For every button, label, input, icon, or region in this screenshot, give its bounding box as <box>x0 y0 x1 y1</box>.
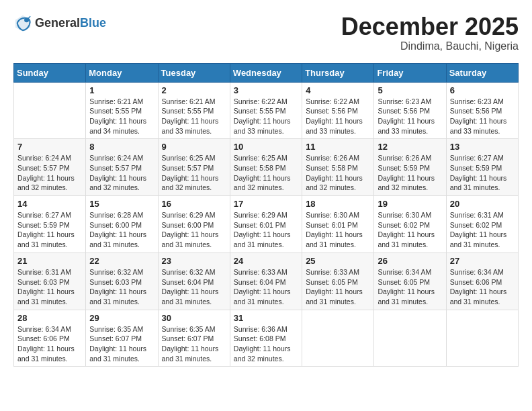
day-number: 3 <box>234 85 298 95</box>
day-number: 27 <box>450 256 515 266</box>
day-info: Sunrise: 6:27 AM Sunset: 5:59 PM Dayligh… <box>450 153 515 193</box>
week-row-4: 21Sunrise: 6:31 AM Sunset: 6:03 PM Dayli… <box>14 253 519 310</box>
day-number: 9 <box>162 142 226 152</box>
day-cell: 26Sunrise: 6:34 AM Sunset: 6:05 PM Dayli… <box>374 253 446 310</box>
day-info: Sunrise: 6:21 AM Sunset: 5:55 PM Dayligh… <box>89 97 154 136</box>
logo-general: General <box>35 16 80 30</box>
logo-blue: Blue <box>80 16 106 30</box>
day-cell: 31Sunrise: 6:36 AM Sunset: 6:08 PM Dayli… <box>230 310 302 367</box>
day-number: 18 <box>306 199 370 209</box>
day-cell: 5Sunrise: 6:23 AM Sunset: 5:56 PM Daylig… <box>374 82 446 139</box>
day-info: Sunrise: 6:29 AM Sunset: 6:01 PM Dayligh… <box>234 210 298 250</box>
day-info: Sunrise: 6:26 AM Sunset: 5:58 PM Dayligh… <box>306 153 370 193</box>
day-cell: 9Sunrise: 6:25 AM Sunset: 5:57 PM Daylig… <box>158 139 230 196</box>
logo-text: General Blue <box>35 16 106 30</box>
day-number: 2 <box>162 85 226 95</box>
day-cell: 2Sunrise: 6:21 AM Sunset: 5:55 PM Daylig… <box>158 82 230 139</box>
day-number: 29 <box>89 313 154 323</box>
day-info: Sunrise: 6:35 AM Sunset: 6:07 PM Dayligh… <box>162 324 226 364</box>
day-cell: 28Sunrise: 6:34 AM Sunset: 6:06 PM Dayli… <box>14 310 86 367</box>
day-number: 14 <box>17 199 82 209</box>
day-info: Sunrise: 6:33 AM Sunset: 6:05 PM Dayligh… <box>306 267 370 307</box>
day-number: 6 <box>450 85 515 95</box>
day-number: 13 <box>450 142 515 152</box>
day-cell: 30Sunrise: 6:35 AM Sunset: 6:07 PM Dayli… <box>158 310 230 367</box>
day-info: Sunrise: 6:28 AM Sunset: 6:00 PM Dayligh… <box>89 210 154 250</box>
day-number: 4 <box>306 85 370 95</box>
week-row-3: 14Sunrise: 6:27 AM Sunset: 5:59 PM Dayli… <box>14 196 519 253</box>
day-cell: 21Sunrise: 6:31 AM Sunset: 6:03 PM Dayli… <box>14 253 86 310</box>
day-info: Sunrise: 6:31 AM Sunset: 6:03 PM Dayligh… <box>17 267 82 307</box>
day-number: 15 <box>89 199 154 209</box>
day-info: Sunrise: 6:32 AM Sunset: 6:04 PM Dayligh… <box>162 267 226 307</box>
logo-icon <box>13 13 32 32</box>
week-row-2: 7Sunrise: 6:24 AM Sunset: 5:57 PM Daylig… <box>14 139 519 196</box>
title-block: December 2025 Dindima, Bauchi, Nigeria <box>341 13 519 52</box>
day-cell: 25Sunrise: 6:33 AM Sunset: 6:05 PM Dayli… <box>302 253 374 310</box>
column-header-friday: Friday <box>374 63 446 82</box>
day-number: 10 <box>234 142 298 152</box>
day-number: 31 <box>234 313 298 323</box>
day-cell: 17Sunrise: 6:29 AM Sunset: 6:01 PM Dayli… <box>230 196 302 253</box>
day-number: 25 <box>306 256 370 266</box>
day-info: Sunrise: 6:33 AM Sunset: 6:04 PM Dayligh… <box>234 267 298 307</box>
day-cell: 1Sunrise: 6:21 AM Sunset: 5:55 PM Daylig… <box>86 82 158 139</box>
day-info: Sunrise: 6:26 AM Sunset: 5:59 PM Dayligh… <box>378 153 442 193</box>
day-cell: 20Sunrise: 6:31 AM Sunset: 6:02 PM Dayli… <box>446 196 518 253</box>
day-number: 7 <box>17 142 82 152</box>
day-cell: 11Sunrise: 6:26 AM Sunset: 5:58 PM Dayli… <box>302 139 374 196</box>
column-header-sunday: Sunday <box>14 63 86 82</box>
day-number: 5 <box>378 85 442 95</box>
day-info: Sunrise: 6:34 AM Sunset: 6:06 PM Dayligh… <box>17 324 82 364</box>
day-info: Sunrise: 6:25 AM Sunset: 5:58 PM Dayligh… <box>234 153 298 193</box>
day-cell: 13Sunrise: 6:27 AM Sunset: 5:59 PM Dayli… <box>446 139 518 196</box>
day-cell: 7Sunrise: 6:24 AM Sunset: 5:57 PM Daylig… <box>14 139 86 196</box>
day-cell: 12Sunrise: 6:26 AM Sunset: 5:59 PM Dayli… <box>374 139 446 196</box>
day-info: Sunrise: 6:27 AM Sunset: 5:59 PM Dayligh… <box>17 210 82 250</box>
day-number: 23 <box>162 256 226 266</box>
week-row-1: 1Sunrise: 6:21 AM Sunset: 5:55 PM Daylig… <box>14 82 519 139</box>
header-row: SundayMondayTuesdayWednesdayThursdayFrid… <box>14 63 519 82</box>
day-cell: 24Sunrise: 6:33 AM Sunset: 6:04 PM Dayli… <box>230 253 302 310</box>
day-cell: 4Sunrise: 6:22 AM Sunset: 5:56 PM Daylig… <box>302 82 374 139</box>
day-number: 12 <box>378 142 442 152</box>
day-info: Sunrise: 6:24 AM Sunset: 5:57 PM Dayligh… <box>17 153 82 193</box>
day-cell: 6Sunrise: 6:23 AM Sunset: 5:56 PM Daylig… <box>446 82 518 139</box>
day-info: Sunrise: 6:32 AM Sunset: 6:03 PM Dayligh… <box>89 267 154 307</box>
day-cell: 3Sunrise: 6:22 AM Sunset: 5:55 PM Daylig… <box>230 82 302 139</box>
day-info: Sunrise: 6:34 AM Sunset: 6:05 PM Dayligh… <box>378 267 442 307</box>
day-info: Sunrise: 6:21 AM Sunset: 5:55 PM Dayligh… <box>162 97 226 136</box>
day-number: 19 <box>378 199 442 209</box>
column-header-wednesday: Wednesday <box>230 63 302 82</box>
day-info: Sunrise: 6:36 AM Sunset: 6:08 PM Dayligh… <box>234 324 298 364</box>
day-number: 1 <box>89 85 154 95</box>
day-info: Sunrise: 6:30 AM Sunset: 6:02 PM Dayligh… <box>378 210 442 250</box>
day-cell <box>302 310 374 367</box>
day-info: Sunrise: 6:22 AM Sunset: 5:55 PM Dayligh… <box>234 97 298 136</box>
day-number: 17 <box>234 199 298 209</box>
logo: General Blue <box>13 13 106 32</box>
day-cell: 16Sunrise: 6:29 AM Sunset: 6:00 PM Dayli… <box>158 196 230 253</box>
day-info: Sunrise: 6:24 AM Sunset: 5:57 PM Dayligh… <box>89 153 154 193</box>
day-cell: 19Sunrise: 6:30 AM Sunset: 6:02 PM Dayli… <box>374 196 446 253</box>
day-number: 16 <box>162 199 226 209</box>
day-info: Sunrise: 6:23 AM Sunset: 5:56 PM Dayligh… <box>450 97 515 136</box>
day-number: 8 <box>89 142 154 152</box>
day-number: 20 <box>450 199 515 209</box>
day-number: 26 <box>378 256 442 266</box>
page-header: General Blue December 2025 Dindima, Bauc… <box>13 13 519 52</box>
day-cell: 15Sunrise: 6:28 AM Sunset: 6:00 PM Dayli… <box>86 196 158 253</box>
column-header-monday: Monday <box>86 63 158 82</box>
day-cell: 23Sunrise: 6:32 AM Sunset: 6:04 PM Dayli… <box>158 253 230 310</box>
day-number: 11 <box>306 142 370 152</box>
column-header-tuesday: Tuesday <box>158 63 230 82</box>
column-header-thursday: Thursday <box>302 63 374 82</box>
day-info: Sunrise: 6:25 AM Sunset: 5:57 PM Dayligh… <box>162 153 226 193</box>
day-cell: 10Sunrise: 6:25 AM Sunset: 5:58 PM Dayli… <box>230 139 302 196</box>
week-row-5: 28Sunrise: 6:34 AM Sunset: 6:06 PM Dayli… <box>14 310 519 367</box>
day-number: 22 <box>89 256 154 266</box>
main-title: December 2025 <box>341 13 519 40</box>
day-number: 28 <box>17 313 82 323</box>
day-cell <box>14 82 86 139</box>
day-number: 21 <box>17 256 82 266</box>
